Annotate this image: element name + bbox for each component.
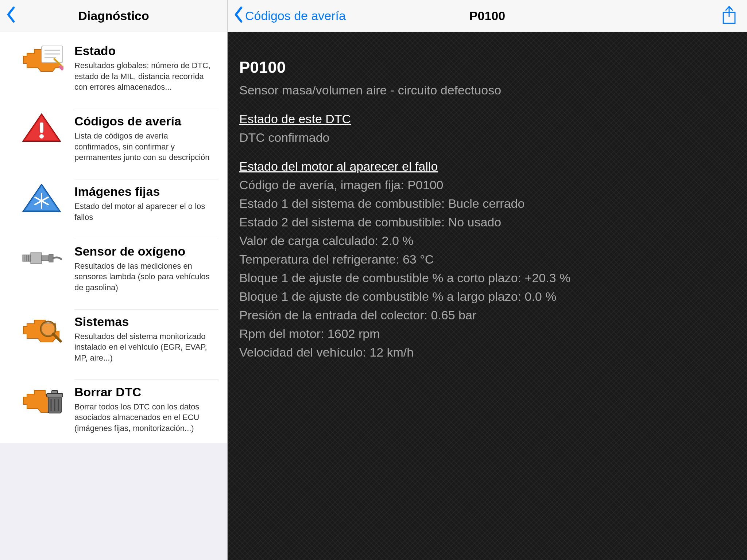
sidebar-item-sensor-oxigeno[interactable]: Sensor de oxígeno Resultados de las medi… [0, 232, 227, 303]
sidebar-header: Diagnóstico [0, 0, 227, 32]
detail-back-label: Códigos de avería [245, 9, 346, 23]
status-value: DTC confirmado [239, 128, 735, 147]
detail-pane: Códigos de avería P0100 P0100 Sensor mas… [228, 0, 747, 560]
sidebar-item-desc: Borrar todos los DTC con los datos asoci… [74, 401, 214, 434]
chevron-left-icon [6, 7, 16, 26]
sidebar-item-desc: Estado del motor al aparecer el o los fa… [74, 201, 214, 222]
engine-section-title: Estado del motor al aparecer el fallo [239, 157, 735, 176]
sidebar-title: Diagnóstico [0, 9, 227, 23]
engine-notes-icon [9, 39, 74, 74]
engine-line: Temperatura del refrigerante: 63 °C [239, 250, 735, 269]
sidebar-item-desc: Lista de códigos de avería confirmados, … [74, 131, 214, 163]
sidebar-item-title: Códigos de avería [74, 114, 214, 128]
detail-code: P0100 [239, 55, 735, 79]
svg-rect-21 [52, 390, 58, 393]
sidebar-item-title: Sistemas [74, 315, 214, 329]
sidebar-item-title: Estado [74, 44, 214, 58]
sidebar-item-borrar-dtc[interactable]: Borrar DTC Borrar todos los DTC con los … [0, 373, 227, 443]
sidebar-item-desc: Resultados de las mediciones en sensores… [74, 261, 214, 293]
detail-header: Códigos de avería P0100 [228, 0, 747, 32]
detail-description: Sensor masa/volumen aire - circuito defe… [239, 81, 735, 100]
sidebar-item-desc: Resultados globales: número de DTC, esta… [74, 60, 214, 93]
engine-line: Bloque 1 de ajuste de combustible % a la… [239, 287, 735, 306]
status-section-title: Estado de este DTC [239, 110, 735, 128]
engine-line: Valor de carga calculado: 2.0 % [239, 232, 735, 250]
clear-dtc-icon [9, 380, 74, 415]
sidebar-item-imagenes-fijas[interactable]: Imágenes fijas Estado del motor al apare… [0, 172, 227, 232]
sidebar-item-title: Sensor de oxígeno [74, 244, 214, 258]
sidebar-back-button[interactable] [6, 7, 16, 26]
engine-line: Rpm del motor: 1602 rpm [239, 324, 735, 343]
engine-line: Velocidad del vehículo: 12 km/h [239, 343, 735, 362]
detail-back-button[interactable]: Códigos de avería [233, 7, 346, 26]
svg-rect-20 [47, 393, 63, 397]
engine-line: Estado 2 del sistema de combustible: No … [239, 213, 735, 232]
freeze-frame-icon [9, 179, 74, 215]
share-icon [721, 20, 737, 26]
engine-line: Estado 1 del sistema de combustible: Buc… [239, 194, 735, 213]
engine-line: Código de avería, imagen fija: P0100 [239, 176, 735, 194]
sidebar-item-sistemas[interactable]: Sistemas Resultados del sistema monitori… [0, 303, 227, 373]
sidebar-item-title: Borrar DTC [74, 385, 214, 399]
svg-point-5 [39, 134, 44, 139]
svg-rect-4 [40, 122, 43, 133]
systems-icon [9, 309, 74, 345]
sidebar-item-title: Imágenes fijas [74, 184, 214, 199]
sidebar-item-desc: Resultados del sistema monitorizado inst… [74, 331, 214, 363]
svg-rect-11 [42, 256, 49, 261]
share-button[interactable] [721, 6, 737, 26]
chevron-left-icon [233, 7, 244, 26]
detail-body: P0100 Sensor masa/volumen aire - circuit… [228, 32, 747, 560]
engine-line: Bloque 1 de ajuste de combustible % a co… [239, 269, 735, 287]
sidebar-item-codigos-averia[interactable]: Códigos de avería Lista de códigos de av… [0, 102, 227, 172]
svg-rect-10 [31, 253, 42, 264]
sidebar-list: Estado Resultados globales: número de DT… [0, 32, 227, 443]
sidebar: Diagnóstico Estado [0, 0, 228, 560]
sidebar-item-estado[interactable]: Estado Resultados globales: número de DT… [0, 32, 227, 102]
oxygen-sensor-icon [9, 239, 74, 275]
engine-line: Presión de la entrada del colector: 0.65… [239, 306, 735, 324]
warning-triangle-icon [9, 109, 74, 144]
